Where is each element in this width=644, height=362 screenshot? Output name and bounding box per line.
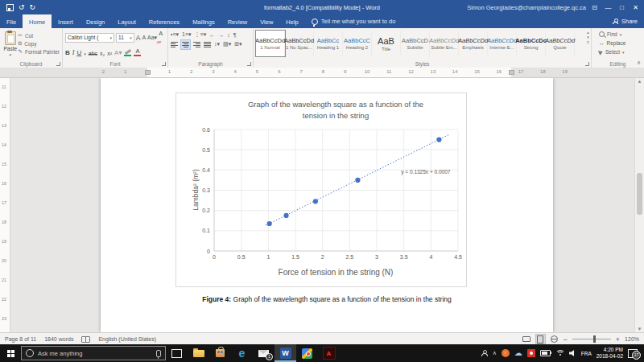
style-heading-1[interactable]: AaBbCcHeading 1 (314, 31, 343, 56)
tab-layout[interactable]: Layout (111, 14, 142, 28)
font-size-combobox[interactable]: 11▾ (116, 33, 134, 43)
subscript-button[interactable]: x₂ (100, 51, 105, 56)
numbering-button[interactable]: 1≡▾ (182, 31, 192, 38)
collapse-ribbon-icon[interactable]: ∧ (637, 60, 641, 66)
italic-button[interactable]: I (72, 49, 75, 56)
scroll-down-icon[interactable]: ▼ (635, 327, 644, 331)
acrobat-button[interactable]: A (318, 344, 340, 362)
undo-icon[interactable]: ↺ (19, 4, 25, 11)
zoom-slider[interactable] (572, 339, 611, 339)
tab-file[interactable]: File (0, 14, 23, 28)
action-center-icon[interactable]: 17 (628, 349, 638, 358)
font-name-combobox[interactable]: Calibri Light (▾ (65, 33, 114, 43)
style-intense-e-[interactable]: AaBbCcDdIntense E... (488, 31, 517, 56)
sort-button[interactable]: ↕ (227, 32, 230, 38)
tab-home[interactable]: Home (23, 14, 52, 28)
proofing-status-icon[interactable] (81, 336, 90, 343)
align-right-button[interactable] (193, 41, 200, 48)
tab-insert[interactable]: Insert (52, 14, 80, 28)
zoom-out-button[interactable]: − (564, 335, 568, 343)
bold-button[interactable]: B (65, 49, 70, 56)
update-tray-icon[interactable]: ↑ (502, 349, 510, 357)
zoom-level[interactable]: 120% (625, 336, 639, 342)
paste-button[interactable]: Paste ▾ (2, 30, 19, 60)
underline-dropdown-icon[interactable]: ▾ (84, 51, 86, 56)
volume-icon[interactable] (569, 350, 576, 356)
redo-icon[interactable]: ↻ (30, 4, 36, 11)
microsoft-store-button[interactable] (209, 344, 231, 362)
paragraph-dialog-launcher-icon[interactable] (247, 62, 251, 66)
style-subtle-em-[interactable]: AaBbCcDdSubtle Em... (430, 31, 459, 56)
minimize-icon[interactable]: — (601, 4, 615, 11)
show-hidden-icons-chevron[interactable]: ∧ (493, 350, 497, 356)
line-spacing-button[interactable]: ↕▾ (214, 41, 220, 47)
file-explorer-button[interactable] (188, 344, 209, 362)
styles-dialog-launcher-icon[interactable] (585, 62, 589, 66)
ribbon-display-options-icon[interactable]: ⊡ (588, 4, 601, 11)
style-heading-2[interactable]: AaBbCcCHeading 2 (343, 31, 372, 56)
tab-review[interactable]: Review (221, 14, 254, 28)
share-button[interactable]: Share (613, 14, 638, 28)
find-button[interactable]: Find▾ (594, 30, 642, 39)
microphone-icon[interactable] (156, 350, 161, 357)
strikethrough-button[interactable]: abc (89, 51, 97, 56)
task-view-button[interactable] (166, 344, 188, 362)
cortana-search-box[interactable]: Ask me anything (21, 346, 166, 360)
keyboard-language-indicator[interactable]: FRA (581, 351, 592, 356)
tell-me-box[interactable]: Tell me what you want to do (305, 14, 402, 28)
style-1-normal[interactable]: AaBbCcDd1 Normal (256, 31, 285, 56)
red-app-tray-icon[interactable] (527, 349, 535, 357)
style-quote[interactable]: AaBbCcDdQuote (546, 31, 575, 56)
increase-indent-button[interactable]: → (218, 32, 224, 38)
style-emphasis[interactable]: AaBbCcDdEmphasis (459, 31, 488, 56)
copy-button[interactable]: ⧉Copy (19, 40, 60, 47)
print-layout-button[interactable] (536, 335, 545, 343)
restore-icon[interactable]: □ (615, 4, 629, 11)
right-indent-marker[interactable] (509, 70, 514, 75)
page-number-indicator[interactable]: Page 8 of 11 (5, 336, 36, 342)
clock[interactable]: 4:20 PM 2018-04-02 (597, 347, 623, 360)
battery-icon[interactable] (540, 350, 551, 356)
style-1-no-spac-[interactable]: AaBbCcDd1 No Spac... (285, 31, 314, 56)
shading-button[interactable]: ▨▾ (223, 41, 231, 47)
tab-view[interactable]: View (254, 14, 279, 28)
multilevel-list-button[interactable]: ⋮≡▾ (195, 31, 207, 38)
justify-button[interactable] (204, 41, 211, 48)
align-center-button[interactable] (181, 40, 190, 49)
people-tray-icon[interactable] (481, 350, 488, 356)
zoom-in-button[interactable]: + (616, 335, 620, 343)
scrollbar-thumb[interactable] (637, 173, 642, 215)
change-case-button[interactable]: Aa▾ (147, 34, 157, 42)
mail-button[interactable]: 1 (253, 344, 275, 362)
style-strong[interactable]: AaBbCcDcStrong (517, 31, 546, 56)
tab-references[interactable]: References (142, 14, 186, 28)
font-color-button[interactable]: A (134, 48, 141, 56)
wifi-icon[interactable] (555, 350, 564, 357)
language-indicator[interactable]: English (United States) (98, 336, 156, 342)
shrink-font-button[interactable]: A (142, 34, 146, 42)
replace-button[interactable]: ↔Replace (594, 39, 642, 47)
cut-button[interactable]: ✂Cut (19, 32, 60, 39)
underline-button[interactable]: U (76, 49, 81, 56)
tab-help[interactable]: Help (279, 14, 304, 28)
text-effects-button[interactable]: A▾ (114, 49, 122, 56)
select-button[interactable]: Select▾ (594, 47, 642, 56)
format-painter-button[interactable]: ✎Format Painter (19, 48, 60, 55)
vertical-scrollbar[interactable]: ▲ ▼ (634, 78, 644, 332)
word-count-indicator[interactable]: 1840 words (44, 336, 73, 342)
edge-button[interactable]: e (231, 344, 253, 362)
zoom-slider-thumb[interactable] (593, 335, 596, 343)
text-highlight-color-button[interactable] (124, 51, 131, 56)
paste-dropdown-icon[interactable]: ▾ (10, 52, 12, 57)
read-mode-button[interactable] (522, 335, 531, 343)
font-dialog-launcher-icon[interactable] (162, 62, 166, 66)
show-paragraph-marks-button[interactable]: ¶ (233, 32, 237, 38)
superscript-button[interactable]: x² (107, 51, 112, 56)
borders-button[interactable]: ⊞▾ (234, 41, 242, 47)
bullets-button[interactable]: •≡▾ (171, 31, 179, 38)
grow-font-button[interactable]: A (136, 34, 141, 42)
style-subtitle[interactable]: AaBbCcDSubtitle (401, 31, 430, 56)
web-layout-button[interactable] (550, 335, 559, 343)
decrease-indent-button[interactable]: ← (209, 32, 215, 38)
tab-mailings[interactable]: Mailings (186, 14, 221, 28)
